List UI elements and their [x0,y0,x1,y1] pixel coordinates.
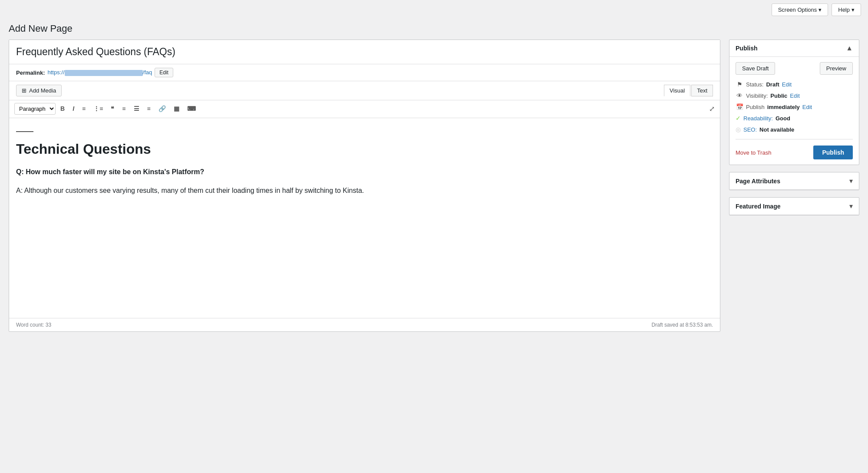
view-tabs: Visual Text [664,85,713,96]
align-center-button[interactable]: ☰ [131,103,142,115]
seo-value: Not available [759,126,794,133]
media-toolbar: ⊞ Add Media Visual Text [9,81,720,100]
publish-panel-body: Save Draft Preview ⚑ Status: Draft Edit … [729,57,859,165]
sidebar: Publish ▲ Save Draft Preview ⚑ Status: D… [729,40,859,222]
editor-area: Permalink: https:///faq Edit ⊞ Add Media… [9,40,720,332]
top-bar: Screen Options ▾ Help ▾ [0,0,868,20]
calendar-icon: 📅 [736,103,743,110]
editor-answer: A: Although our customers see varying re… [16,185,713,196]
permalink-row: Permalink: https:///faq Edit [9,64,720,81]
permalink-label: Permalink: [16,69,45,76]
publish-time-value: immediately [767,104,800,110]
format-select[interactable]: Paragraph [14,103,56,115]
add-media-label: Add Media [29,87,56,94]
blockquote-button[interactable]: ❝ [108,103,117,115]
page-title: Add New Page [0,20,868,40]
draft-saved: Draft saved at 8:53:53 am. [652,322,713,328]
visibility-icon: 👁 [736,92,743,99]
move-to-trash-link[interactable]: Move to Trash [736,149,771,156]
visibility-label: Visibility: [746,93,768,99]
ordered-list-button[interactable]: ⋮≡ [90,103,106,115]
editor-content[interactable]: Technical Questions Q: How much faster w… [9,118,720,318]
publish-actions: Move to Trash Publish [736,139,853,159]
text-tab[interactable]: Text [691,85,713,96]
readability-row: ✓ Readability: Good [736,115,853,122]
bold-button[interactable]: B [57,103,68,115]
screen-options-label: Screen Options [778,7,817,13]
readability-value: Good [776,115,790,122]
page-attributes-title: Page Attributes [736,178,780,185]
visibility-row: 👁 Visibility: Public Edit [736,92,853,99]
publish-top-buttons: Save Draft Preview [736,62,853,75]
add-media-icon: ⊞ [22,87,26,94]
page-attributes-header[interactable]: Page Attributes ▾ [729,172,859,190]
italic-button[interactable]: I [69,103,77,115]
visual-tab[interactable]: Visual [664,85,690,96]
screen-options-button[interactable]: Screen Options ▾ [772,3,828,16]
editor-footer: Word count: 33 Draft saved at 8:53:53 am… [9,318,720,331]
format-toolbar: Paragraph B I ≡ ⋮≡ ❝ ≡ ☰ ≡ 🔗 ▦ ⌨ ⤢ [9,100,720,118]
permalink-suffix: /faq [143,69,152,76]
permalink-edit-button[interactable]: Edit [155,68,173,77]
editor-divider [16,131,33,132]
table-button[interactable]: ▦ [171,103,182,115]
editor-heading: Technical Questions [16,141,713,157]
publish-panel-toggle-icon: ▲ [846,44,853,52]
seo-row: ◎ SEO: Not available [736,126,853,133]
publish-time-label: Publish [746,104,765,110]
publish-panel: Publish ▲ Save Draft Preview ⚑ Status: D… [729,40,859,165]
help-label: Help [838,7,850,13]
permalink-prefix: https:// [47,69,64,76]
status-label: Status: [746,81,763,88]
status-icon: ⚑ [736,81,743,88]
visibility-edit-link[interactable]: Edit [790,93,799,99]
featured-image-panel: Featured Image ▾ [729,197,859,215]
screen-options-chevron-icon: ▾ [818,7,822,13]
save-draft-button[interactable]: Save Draft [736,62,775,75]
special-char-button[interactable]: ⌨ [184,103,199,115]
publish-button[interactable]: Publish [813,146,853,159]
permalink-url[interactable]: https:///faq [47,69,152,76]
editor-question: Q: How much faster will my site be on Ki… [16,166,713,178]
preview-button[interactable]: Preview [820,62,853,75]
featured-image-header[interactable]: Featured Image ▾ [729,198,859,215]
featured-image-toggle-icon: ▾ [849,202,853,210]
readability-link[interactable]: Readability: [743,115,773,122]
expand-editor-button[interactable]: ⤢ [709,105,715,113]
main-layout: Permalink: https:///faq Edit ⊞ Add Media… [0,40,868,341]
help-button[interactable]: Help ▾ [832,3,861,16]
seo-icon: ◎ [736,126,741,133]
word-count: Word count: 33 [16,322,51,328]
page-attributes-toggle-icon: ▾ [849,177,853,185]
page-attributes-panel: Page Attributes ▾ [729,172,859,190]
visibility-value: Public [770,93,787,99]
help-chevron-icon: ▾ [851,7,855,13]
status-edit-link[interactable]: Edit [782,81,792,88]
page-title-input[interactable] [9,40,720,64]
readability-icon: ✓ [736,115,741,122]
align-left-button[interactable]: ≡ [119,103,129,115]
seo-link[interactable]: SEO: [743,126,757,133]
permalink-blurred [65,70,143,76]
status-row: ⚑ Status: Draft Edit [736,81,853,88]
align-right-button[interactable]: ≡ [144,103,154,115]
publish-panel-title: Publish [736,45,758,52]
publish-panel-header[interactable]: Publish ▲ [729,40,859,57]
unordered-list-button[interactable]: ≡ [79,103,89,115]
add-media-button[interactable]: ⊞ Add Media [16,85,62,96]
publish-time-row: 📅 Publish immediately Edit [736,103,853,110]
featured-image-title: Featured Image [736,203,780,210]
publish-time-edit-link[interactable]: Edit [802,104,812,110]
link-button[interactable]: 🔗 [155,103,169,115]
status-value: Draft [766,81,779,88]
